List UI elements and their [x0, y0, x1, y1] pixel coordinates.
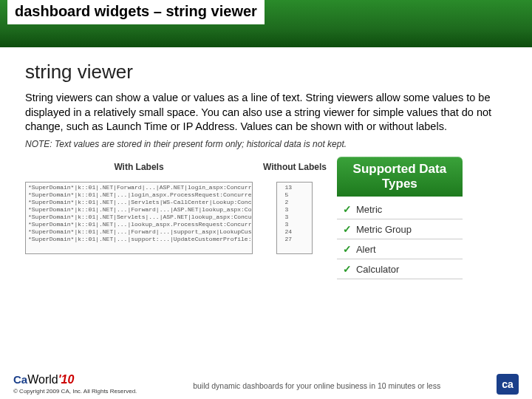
supported-item-metric: ✓Metric: [337, 200, 463, 219]
supported-header: Supported Data Types: [337, 157, 463, 197]
supported-item-calculator: ✓Calculator: [337, 259, 463, 279]
section-body: String viewers can show a value or value…: [25, 91, 507, 134]
ca-badge-icon: [497, 374, 519, 395]
supported-item-label: Calculator: [356, 264, 400, 275]
supported-item-label: Metric: [356, 204, 382, 215]
with-labels-heading: With Labels: [114, 157, 163, 177]
header-bar: dashboard widgets – string viewer: [0, 0, 532, 47]
columns-row: With Labels *SuperDomain*|k::01|.NET|For…: [25, 157, 507, 280]
logo-ca: Ca: [13, 373, 27, 386]
supported-item-label: Alert: [356, 244, 376, 255]
supported-item-alert: ✓Alert: [337, 239, 463, 259]
footer: CaWorld'10 © Copyright 2009 CA, Inc. All…: [0, 373, 532, 395]
logo-world: World: [27, 373, 58, 386]
col-with-labels: With Labels *SuperDomain*|k::01|.NET|For…: [25, 157, 253, 254]
check-icon: ✓: [343, 223, 352, 235]
section-title: string viewer: [25, 61, 507, 83]
logo-ten: '10: [58, 373, 75, 386]
supported-list: ✓Metric ✓Metric Group ✓Alert ✓Calculator: [337, 197, 463, 279]
check-icon: ✓: [343, 243, 352, 255]
supported-box: Supported Data Types ✓Metric ✓Metric Gro…: [337, 157, 463, 280]
header-title: dashboard widgets – string viewer: [15, 3, 257, 19]
viewer-with-labels: *SuperDomain*|k::01|.NET|Forward|...|ASP…: [25, 182, 253, 254]
footer-logo: CaWorld'10: [13, 373, 137, 386]
content-area: string viewer String viewers can show a …: [0, 47, 532, 279]
section-note: NOTE: Text values are stored in their pr…: [25, 139, 507, 149]
without-labels-heading: Without Labels: [263, 157, 327, 177]
supported-item-metric-group: ✓Metric Group: [337, 219, 463, 239]
footer-left: CaWorld'10 © Copyright 2009 CA, Inc. All…: [13, 373, 137, 395]
check-icon: ✓: [343, 203, 352, 215]
check-icon: ✓: [343, 263, 352, 275]
header-title-wrap: dashboard widgets – string viewer: [7, 0, 265, 24]
viewer-without-labels: 13 5 2 3 3 3 24 27: [276, 182, 313, 254]
copyright: © Copyright 2009 CA, Inc. All Rights Res…: [13, 388, 137, 395]
supported-item-label: Metric Group: [356, 224, 412, 235]
footer-tagline: build dynamic dashboards for your online…: [137, 381, 497, 395]
col-without-labels: Without Labels 13 5 2 3 3 3 24 27: [263, 157, 327, 254]
